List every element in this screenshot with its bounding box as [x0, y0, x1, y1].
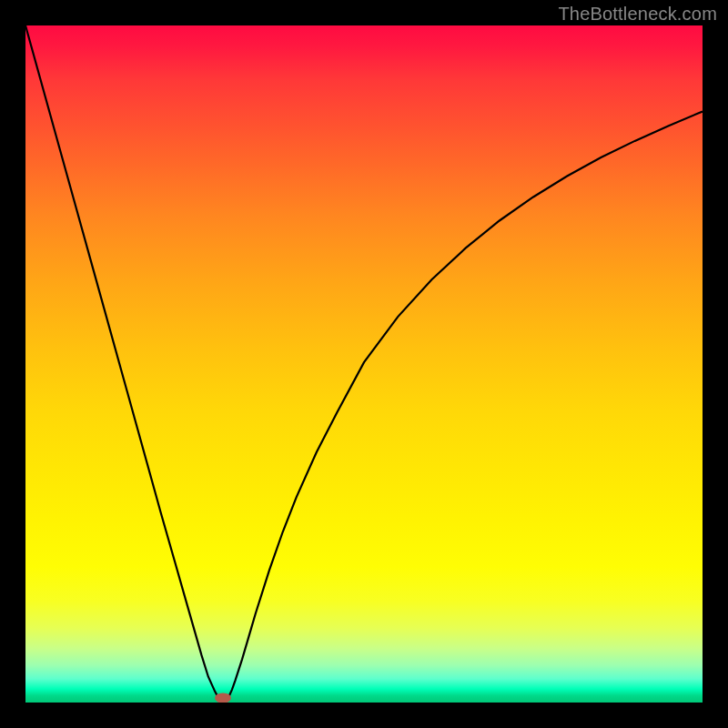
bottleneck-curve [25, 25, 703, 702]
plot-area [25, 25, 703, 703]
chart-frame: TheBottleneck.com [0, 0, 728, 728]
curve-layer [25, 25, 703, 703]
minimum-marker-icon [215, 693, 231, 703]
watermark-text: TheBottleneck.com [558, 4, 717, 25]
